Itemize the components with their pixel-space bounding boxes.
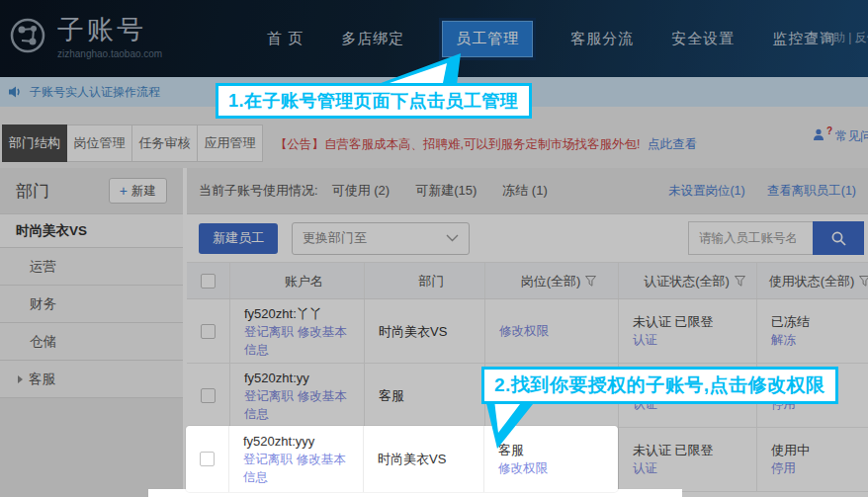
filter-funnel-icon[interactable] <box>585 276 596 287</box>
department-value: 客服 <box>379 386 484 405</box>
sidebar-title: 部门 <box>16 180 49 203</box>
tab-position-management[interactable]: 岗位管理 <box>67 124 132 162</box>
main-nav: 首 页 多店绑定 员工管理 客服分流 安全设置 监控查询 <box>267 0 835 77</box>
new-department-button[interactable]: + 新建 <box>109 178 167 204</box>
tooltip2-arrow <box>483 399 543 453</box>
register-resign-link[interactable]: 登记离职 <box>244 389 294 403</box>
sidebar-item-warehouse[interactable]: 仓储 <box>0 323 183 361</box>
header-account: 账户名 <box>230 263 365 298</box>
help-feedback-label: 帮助 | 反馈 <box>822 30 868 46</box>
table-header-row: 账户名 部门 岗位(全部) 认证状态(全部) 使用状态(全部) <box>187 262 868 299</box>
plus-icon: + <box>120 183 128 199</box>
search-button[interactable] <box>813 221 864 255</box>
header-position: 岗位(全部) <box>485 263 619 298</box>
app-title: 子账号 <box>57 12 162 47</box>
usage-summary-bar: 当前子账号使用情况: 可使用 (2) 可新建(15) 冻结 (1) 未设置岗位(… <box>187 168 868 214</box>
use-status: 使用中 <box>771 441 868 459</box>
department-sidebar: 部门 + 新建 时尚美衣VS 运营 财务 仓储 客服 <box>0 168 187 497</box>
department-value: 时尚美衣VS <box>378 450 483 468</box>
faq-link[interactable]: ? 常见问题 <box>813 128 868 145</box>
account-name: fy520zht:yyy <box>243 432 363 451</box>
usage-creatable: 可新建(15) <box>415 182 477 200</box>
question-mark: ? <box>826 125 832 136</box>
table-toolbar: 新建员工 更换部门至 <box>187 214 868 262</box>
notice-view-link[interactable]: 点此查看 <box>648 137 697 151</box>
speaker-icon <box>8 85 22 99</box>
register-resign-link[interactable]: 登记离职 <box>244 325 294 339</box>
nav-home[interactable]: 首 页 <box>267 30 304 48</box>
logo: 子账号 zizhanghao.taobao.com <box>8 12 162 59</box>
highlighted-table-row: fy520zht:yyy 登记离职 修改基本信息 时尚美衣VS 客服 修改权限 <box>186 426 618 492</box>
disable-link[interactable]: 停用 <box>771 459 868 478</box>
authenticate-link[interactable]: 认证 <box>633 331 756 350</box>
header-use-status: 使用状态(全部) <box>757 263 868 298</box>
department-value: 时尚美衣VS <box>379 322 484 341</box>
search-input[interactable] <box>688 221 813 255</box>
dept-label: 财务 <box>30 295 56 313</box>
guide-step2-tooltip: 2.找到你要授权的子账号,点击修改权限 <box>481 367 838 404</box>
usage-label: 当前子账号使用情况: <box>199 182 318 200</box>
expand-triangle-icon <box>18 375 23 383</box>
row-checkbox[interactable] <box>201 324 216 339</box>
use-status: 已冻结 <box>771 312 868 331</box>
table-row: fy520zht:丫丫 登记离职 修改基本信息 时尚美衣VS 修改权限 未认证 … <box>187 299 868 364</box>
new-department-label: 新建 <box>131 183 156 200</box>
row-checkbox[interactable] <box>201 388 216 403</box>
dept-label: 仓储 <box>30 333 56 351</box>
notice-text: 【公告】自营客服成本高、招聘难,可以到服务定制市场找客服外包! <box>275 137 640 151</box>
tab-department-structure[interactable]: 部门结构 <box>2 124 67 162</box>
sidebar-item-finance[interactable]: 财务 <box>0 286 183 323</box>
sidebar-item-root-store[interactable]: 时尚美衣VS <box>0 214 183 248</box>
external-link-icon <box>807 33 818 43</box>
nav-multi-store[interactable]: 多店绑定 <box>341 30 404 48</box>
filter-funnel-icon[interactable] <box>735 276 745 287</box>
unfreeze-link[interactable]: 解冻 <box>771 331 868 350</box>
faq-label: 常见问题 <box>835 128 868 145</box>
authenticate-link[interactable]: 认证 <box>633 459 756 478</box>
header-department: 部门 <box>365 263 485 298</box>
tab-app-management[interactable]: 应用管理 <box>198 124 263 162</box>
employee-search <box>688 221 864 255</box>
sidebar-item-operations[interactable]: 运营 <box>0 248 183 286</box>
tab-task-review[interactable]: 任务审核 <box>132 124 198 162</box>
usage-frozen: 冻结 (1) <box>502 182 548 200</box>
realname-auth-guide-link[interactable]: 子账号实人认证操作流程 <box>30 84 160 101</box>
chevron-down-icon <box>446 234 459 242</box>
subaccount-logo-icon <box>8 16 47 55</box>
nav-service-routing[interactable]: 客服分流 <box>570 30 634 48</box>
modify-permission-link[interactable]: 修改权限 <box>498 459 618 478</box>
register-resign-link[interactable]: 登记离职 <box>243 453 293 466</box>
account-name: fy520zht:丫丫 <box>244 304 364 323</box>
help-feedback-link[interactable]: 帮助 | 反馈 <box>807 30 868 46</box>
dept-label: 运营 <box>30 258 56 276</box>
usage-available: 可使用 (2) <box>332 182 391 200</box>
auth-status: 未认证 已限登 <box>633 441 756 459</box>
modify-permission-link[interactable]: 修改权限 <box>499 322 618 341</box>
change-department-dropdown[interactable]: 更换部门至 <box>292 222 470 255</box>
view-resigned-link[interactable]: 查看离职员工(1) <box>767 183 856 200</box>
search-icon <box>830 230 847 247</box>
filter-funnel-icon[interactable] <box>859 276 868 287</box>
new-employee-button[interactable]: 新建员工 <box>199 223 278 254</box>
account-name: fy520zht:yy <box>244 369 364 387</box>
row-checkbox[interactable] <box>200 452 215 466</box>
dept-label: 客服 <box>29 371 55 388</box>
change-department-label: 更换部门至 <box>303 229 367 247</box>
module-tabs: 部门结构 岗位管理 任务审核 应用管理 <box>2 124 263 162</box>
unset-position-link[interactable]: 未设置岗位(1) <box>668 183 745 200</box>
notice-banner: 【公告】自营客服成本高、招聘难,可以到服务定制市场找客服外包! 点此查看 <box>275 136 697 153</box>
sidebar-item-customer-service[interactable]: 客服 <box>0 361 183 398</box>
person-icon <box>813 128 825 141</box>
app-url: zizhanghao.taobao.com <box>57 48 162 59</box>
guide-step1-tooltip: 1.在子账号管理页面下点击员工管理 <box>216 83 532 119</box>
nav-security-settings[interactable]: 安全设置 <box>671 30 735 48</box>
header-auth-status: 认证状态(全部) <box>619 263 757 298</box>
select-all-checkbox[interactable] <box>201 274 216 289</box>
auth-status: 未认证 已限登 <box>633 312 756 331</box>
